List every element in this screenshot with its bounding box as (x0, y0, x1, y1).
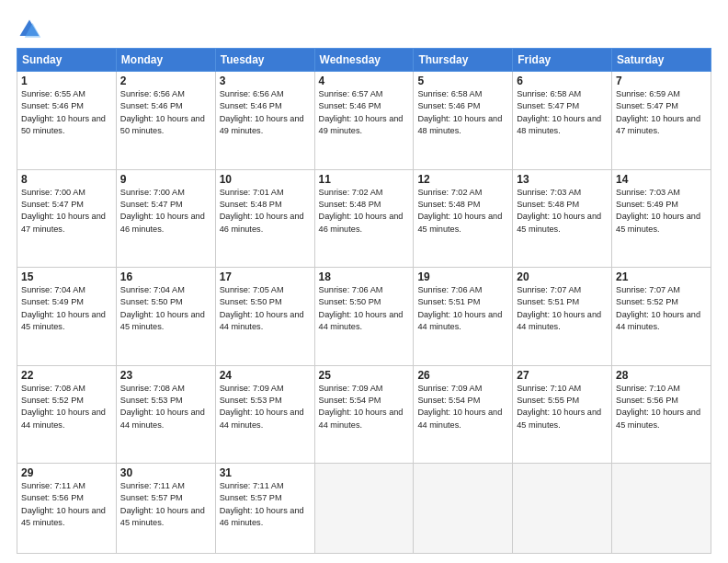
sunset-label: Sunset: 5:48 PM (220, 200, 282, 209)
day-number: 23 (120, 369, 211, 382)
day-number: 28 (616, 369, 707, 382)
day-number: 14 (616, 173, 707, 186)
sunset-label: Sunset: 5:49 PM (21, 297, 84, 306)
sunrise-label: Sunrise: 7:11 AM (120, 481, 185, 490)
calendar-table: SundayMondayTuesdayWednesdayThursdayFrid… (17, 48, 711, 554)
day-number: 2 (120, 75, 211, 87)
calendar-cell: 28 Sunrise: 7:10 AM Sunset: 5:56 PM Dayl… (612, 365, 711, 464)
daylight-label: Daylight: 10 hours and 44 minutes. (616, 310, 700, 331)
sunrise-label: Sunrise: 7:09 AM (220, 384, 284, 393)
day-number: 19 (417, 270, 508, 283)
logo-icon (17, 17, 42, 42)
daylight-label: Daylight: 10 hours and 44 minutes. (319, 408, 404, 429)
sunset-label: Sunset: 5:50 PM (319, 297, 381, 306)
calendar-cell: 8 Sunrise: 7:00 AM Sunset: 5:47 PM Dayli… (17, 169, 117, 268)
sunrise-label: Sunrise: 7:02 AM (319, 188, 383, 197)
day-number: 21 (616, 270, 707, 283)
day-info: Sunrise: 7:08 AM Sunset: 5:52 PM Dayligh… (21, 383, 112, 431)
daylight-label: Daylight: 10 hours and 49 minutes. (319, 114, 404, 135)
day-info: Sunrise: 6:55 AM Sunset: 5:46 PM Dayligh… (21, 88, 112, 137)
daylight-label: Daylight: 10 hours and 45 minutes. (417, 212, 502, 233)
daylight-label: Daylight: 10 hours and 47 minutes. (21, 212, 106, 233)
logo (17, 17, 46, 42)
daylight-label: Daylight: 10 hours and 45 minutes. (120, 506, 205, 527)
day-number: 13 (517, 173, 608, 186)
calendar-cell: 24 Sunrise: 7:09 AM Sunset: 5:53 PM Dayl… (215, 365, 314, 464)
day-info: Sunrise: 7:11 AM Sunset: 5:57 PM Dayligh… (120, 480, 211, 529)
sunrise-label: Sunrise: 7:07 AM (517, 285, 581, 294)
sunset-label: Sunset: 5:54 PM (417, 396, 480, 405)
sunset-label: Sunset: 5:46 PM (417, 101, 480, 110)
calendar-cell: 21 Sunrise: 7:07 AM Sunset: 5:52 PM Dayl… (612, 268, 711, 366)
sunrise-label: Sunrise: 7:07 AM (616, 285, 680, 294)
daylight-label: Daylight: 10 hours and 44 minutes. (319, 310, 404, 331)
day-number: 27 (517, 369, 608, 382)
sunrise-label: Sunrise: 7:00 AM (21, 188, 85, 197)
daylight-label: Daylight: 10 hours and 45 minutes. (517, 212, 601, 233)
sunrise-label: Sunrise: 7:10 AM (517, 384, 581, 393)
sunset-label: Sunset: 5:55 PM (517, 396, 579, 405)
daylight-label: Daylight: 10 hours and 45 minutes. (616, 408, 700, 429)
day-info: Sunrise: 7:11 AM Sunset: 5:57 PM Dayligh… (220, 480, 311, 529)
day-info: Sunrise: 7:06 AM Sunset: 5:51 PM Dayligh… (417, 284, 508, 333)
day-number: 16 (120, 270, 211, 283)
calendar-cell (314, 464, 414, 554)
day-number: 31 (220, 466, 311, 479)
calendar-page: SundayMondayTuesdayWednesdayThursdayFrid… (0, 0, 728, 563)
calendar-cell: 20 Sunrise: 7:07 AM Sunset: 5:51 PM Dayl… (513, 268, 612, 366)
day-info: Sunrise: 7:09 AM Sunset: 5:54 PM Dayligh… (319, 383, 410, 431)
weekday-header: Saturday (612, 49, 711, 72)
daylight-label: Daylight: 10 hours and 44 minutes. (517, 310, 601, 331)
calendar-cell: 6 Sunrise: 6:58 AM Sunset: 5:47 PM Dayli… (513, 72, 612, 170)
sunrise-label: Sunrise: 6:57 AM (319, 89, 383, 98)
sunrise-label: Sunrise: 7:11 AM (21, 481, 85, 490)
day-info: Sunrise: 7:01 AM Sunset: 5:48 PM Dayligh… (220, 187, 311, 236)
day-info: Sunrise: 7:05 AM Sunset: 5:50 PM Dayligh… (220, 284, 311, 333)
sunset-label: Sunset: 5:53 PM (120, 396, 183, 405)
sunrise-label: Sunrise: 7:01 AM (220, 188, 284, 197)
day-number: 20 (517, 270, 608, 283)
sunset-label: Sunset: 5:57 PM (220, 493, 282, 502)
sunrise-label: Sunrise: 6:58 AM (417, 89, 482, 98)
sunset-label: Sunset: 5:46 PM (21, 101, 84, 110)
day-info: Sunrise: 7:08 AM Sunset: 5:53 PM Dayligh… (120, 383, 211, 431)
day-info: Sunrise: 6:57 AM Sunset: 5:46 PM Dayligh… (319, 88, 410, 137)
day-info: Sunrise: 7:02 AM Sunset: 5:48 PM Dayligh… (319, 187, 410, 236)
sunset-label: Sunset: 5:53 PM (220, 396, 282, 405)
sunset-label: Sunset: 5:57 PM (120, 493, 183, 502)
sunrise-label: Sunrise: 7:04 AM (21, 285, 85, 294)
sunset-label: Sunset: 5:49 PM (616, 200, 678, 209)
sunrise-label: Sunrise: 6:58 AM (517, 89, 581, 98)
sunset-label: Sunset: 5:54 PM (319, 396, 381, 405)
calendar-cell (414, 464, 513, 554)
daylight-label: Daylight: 10 hours and 46 minutes. (319, 212, 404, 233)
day-info: Sunrise: 6:59 AM Sunset: 5:47 PM Dayligh… (616, 88, 707, 137)
day-number: 3 (220, 75, 311, 87)
sunset-label: Sunset: 5:52 PM (21, 396, 84, 405)
sunrise-label: Sunrise: 7:02 AM (417, 188, 482, 197)
calendar-cell: 29 Sunrise: 7:11 AM Sunset: 5:56 PM Dayl… (17, 464, 117, 554)
daylight-label: Daylight: 10 hours and 45 minutes. (21, 506, 106, 527)
sunset-label: Sunset: 5:47 PM (120, 200, 183, 209)
weekday-header: Wednesday (314, 49, 414, 72)
weekday-header: Thursday (414, 49, 513, 72)
sunrise-label: Sunrise: 7:08 AM (21, 384, 85, 393)
sunset-label: Sunset: 5:50 PM (220, 297, 282, 306)
daylight-label: Daylight: 10 hours and 46 minutes. (220, 212, 304, 233)
day-info: Sunrise: 7:09 AM Sunset: 5:53 PM Dayligh… (220, 383, 311, 431)
sunset-label: Sunset: 5:50 PM (120, 297, 183, 306)
calendar-cell: 15 Sunrise: 7:04 AM Sunset: 5:49 PM Dayl… (17, 268, 117, 366)
sunset-label: Sunset: 5:47 PM (21, 200, 84, 209)
sunset-label: Sunset: 5:56 PM (21, 493, 84, 502)
calendar-cell: 26 Sunrise: 7:09 AM Sunset: 5:54 PM Dayl… (414, 365, 513, 464)
calendar-cell: 16 Sunrise: 7:04 AM Sunset: 5:50 PM Dayl… (116, 268, 215, 366)
calendar-cell: 13 Sunrise: 7:03 AM Sunset: 5:48 PM Dayl… (513, 169, 612, 268)
day-number: 30 (120, 466, 211, 479)
daylight-label: Daylight: 10 hours and 46 minutes. (120, 212, 205, 233)
day-info: Sunrise: 6:56 AM Sunset: 5:46 PM Dayligh… (120, 88, 211, 137)
weekday-header: Tuesday (215, 49, 314, 72)
sunrise-label: Sunrise: 6:55 AM (21, 89, 85, 98)
daylight-label: Daylight: 10 hours and 50 minutes. (21, 114, 106, 135)
day-number: 10 (220, 173, 311, 186)
day-number: 7 (616, 75, 707, 87)
